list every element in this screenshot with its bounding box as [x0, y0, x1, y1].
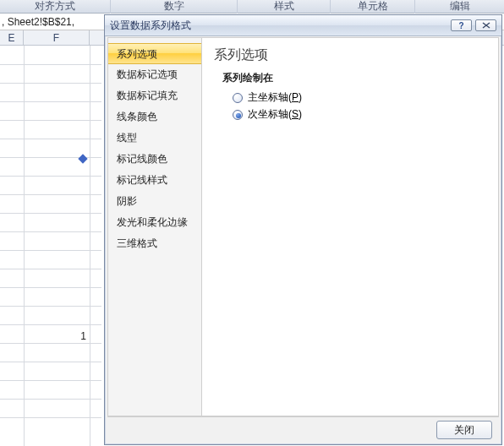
column-header-f[interactable]: F: [24, 30, 90, 46]
content-heading: 系列选项: [214, 46, 486, 64]
dialog-nav: 系列选项 数据标记选项 数据标记填充 线条颜色 线型 标记线颜色 标记线样式 阴…: [107, 37, 201, 416]
nav-label: 标记线样式: [117, 174, 167, 186]
ribbon-group-number[interactable]: 数字: [110, 0, 237, 14]
radio-label: 次坐标轴(S): [248, 107, 302, 122]
ribbon: 对齐方式 数字 样式 单元格 编辑: [0, 0, 504, 14]
close-dialog-button[interactable]: 关闭: [436, 421, 492, 439]
ribbon-group-edit[interactable]: 编辑: [414, 0, 504, 14]
radio-primary-axis[interactable]: 主坐标轴(P): [233, 90, 486, 105]
radio-secondary-axis[interactable]: 次坐标轴(S): [233, 107, 486, 122]
nav-label: 线型: [117, 132, 137, 144]
radio-icon: [233, 110, 243, 120]
nav-marker-options[interactable]: 数据标记选项: [108, 64, 201, 85]
dialog-titlebar[interactable]: 设置数据系列格式 ?: [105, 15, 501, 36]
nav-marker-line-color[interactable]: 标记线颜色: [108, 149, 201, 170]
nav-label: 阴影: [117, 195, 137, 207]
ribbon-group-label: 编辑: [450, 0, 470, 12]
button-label: 关闭: [454, 424, 474, 436]
content-subheading: 系列绘制在: [222, 71, 486, 85]
nav-label: 线条颜色: [117, 111, 157, 122]
cell-value[interactable]: 1: [24, 330, 86, 342]
nav-label: 三维格式: [117, 237, 157, 249]
dialog-content: 系列选项 系列绘制在 主坐标轴(P) 次坐标轴(S): [201, 37, 499, 416]
dialog-footer: 关闭: [107, 416, 499, 442]
help-icon: ?: [458, 21, 463, 30]
ribbon-group-label: 样式: [274, 0, 294, 12]
close-button[interactable]: [475, 19, 496, 31]
nav-3d[interactable]: 三维格式: [108, 233, 201, 254]
nav-series-options[interactable]: 系列选项: [108, 43, 201, 64]
nav-line-style[interactable]: 线型: [108, 128, 201, 149]
nav-label: 发光和柔化边缘: [117, 216, 188, 228]
format-data-series-dialog: 设置数据系列格式 ? 系列选项 数据标记选项 数据标记填充 线条颜色 线型 标记…: [104, 14, 502, 445]
nav-line-color[interactable]: 线条颜色: [108, 106, 201, 128]
radio-icon: [233, 93, 243, 103]
nav-marker-fill[interactable]: 数据标记填充: [108, 85, 201, 106]
nav-glow[interactable]: 发光和柔化边缘: [108, 212, 201, 233]
nav-label: 数据标记填充: [117, 90, 178, 101]
ribbon-group-align[interactable]: 对齐方式: [0, 0, 110, 14]
ribbon-group-label: 单元格: [358, 0, 388, 12]
nav-label: 标记线颜色: [117, 153, 167, 165]
formula-bar-text: , Sheet2!$B$21,: [2, 16, 74, 28]
nav-marker-line-style[interactable]: 标记线样式: [108, 170, 201, 191]
nav-label: 数据标记选项: [117, 68, 178, 80]
column-header-e[interactable]: E: [0, 30, 24, 46]
grid-lines: [0, 46, 101, 446]
nav-shadow[interactable]: 阴影: [108, 191, 201, 212]
ribbon-group-cells[interactable]: 单元格: [330, 0, 414, 14]
close-icon: [482, 22, 490, 29]
radio-label: 主坐标轴(P): [248, 90, 302, 105]
ribbon-group-label: 数字: [164, 0, 184, 12]
nav-label: 系列选项: [117, 48, 157, 60]
ribbon-group-label: 对齐方式: [35, 0, 75, 12]
help-button[interactable]: ?: [451, 19, 472, 31]
ribbon-group-style[interactable]: 样式: [237, 0, 330, 14]
dialog-title: 设置数据系列格式: [110, 19, 447, 33]
